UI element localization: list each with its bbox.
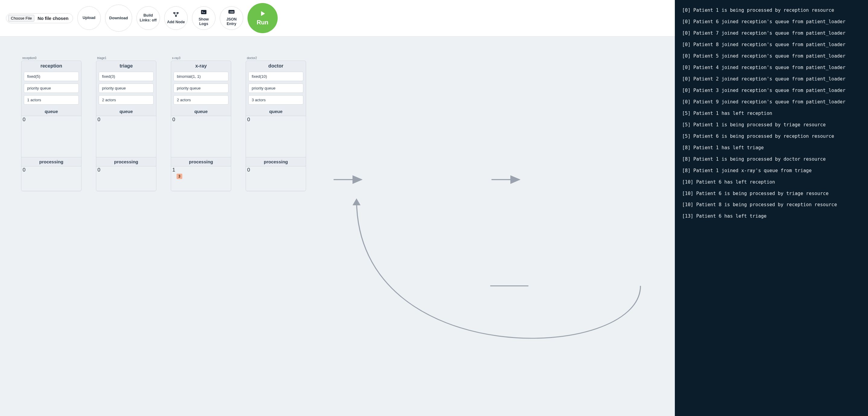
add-node-button[interactable]: Add Node: [164, 6, 188, 30]
toolbar: Choose File No file chosen Upload Downlo…: [0, 0, 675, 36]
nodes-container: reception0receptionfixed(5)priority queu…: [0, 36, 675, 416]
build-links-button[interactable]: Build Links: off: [136, 6, 160, 30]
processing-count: 0: [23, 167, 25, 173]
canvas[interactable]: reception0receptionfixed(5)priority queu…: [0, 36, 675, 416]
queue-type-field[interactable]: priority queue: [174, 83, 228, 93]
upload-button[interactable]: Upload: [77, 6, 101, 30]
node-id: reception0: [22, 56, 36, 60]
node-id: triage1: [97, 56, 106, 60]
processing-count: 0: [247, 167, 250, 173]
log-line: [8] Patient 1 joined x-ray's queue from …: [682, 165, 861, 177]
log-line: [8] Patient 1 is being processed by doct…: [682, 154, 861, 165]
distribution-field[interactable]: binomial(1, 1): [174, 72, 228, 81]
json-entry-label: JSON Entry: [222, 17, 241, 27]
processing-box: 0: [22, 166, 81, 191]
log-panel[interactable]: [0] Patient 1 is being processed by rece…: [675, 0, 868, 416]
node-x-ray[interactable]: x-ray3x-raybinomial(1, 1)priority queue2…: [171, 61, 231, 191]
run-label: Run: [256, 19, 268, 26]
queue-label: queue: [22, 107, 81, 116]
queue-type-field[interactable]: priority queue: [24, 83, 79, 93]
terminal-icon: [201, 10, 207, 16]
node-card: receptionfixed(5)priority queue1 actorsq…: [21, 61, 82, 191]
node-card: triagefixed(3)priority queue2 actorsqueu…: [96, 61, 156, 191]
processing-box: 13: [171, 166, 231, 191]
node-card: doctorfixed(10)priority queue3 actorsque…: [246, 61, 306, 191]
json-icon: JSON: [228, 10, 235, 16]
add-node-label: Add Node: [167, 20, 185, 25]
svg-rect-3: [201, 10, 207, 14]
log-line: [8] Patient 1 has left triage: [682, 142, 861, 154]
distribution-field[interactable]: fixed(3): [99, 72, 154, 81]
show-logs-label: Show Logs: [194, 17, 213, 27]
node-doctor[interactable]: doctor2doctorfixed(10)priority queue3 ac…: [246, 61, 306, 191]
node-title: x-ray: [171, 61, 231, 72]
log-line: [10] Patient 8 is being processed by rec…: [682, 199, 861, 211]
queue-box: 0: [246, 116, 306, 158]
processing-box: 0: [96, 166, 156, 191]
actors-field[interactable]: 1 actors: [24, 95, 79, 105]
distribution-field[interactable]: fixed(10): [248, 72, 303, 81]
distribution-field[interactable]: fixed(5): [24, 72, 79, 81]
processing-label: processing: [171, 158, 231, 166]
queue-box: 0: [96, 116, 156, 158]
actors-field[interactable]: 2 actors: [99, 95, 154, 105]
processing-item[interactable]: 3: [177, 174, 182, 179]
queue-count: 0: [247, 117, 250, 123]
node-reception[interactable]: reception0receptionfixed(5)priority queu…: [21, 61, 82, 191]
queue-box: 0: [171, 116, 231, 158]
processing-box: 0: [246, 166, 306, 191]
log-line: [0] Patient 7 joined reception's queue f…: [682, 28, 861, 39]
graph-icon: [173, 12, 179, 19]
processing-label: processing: [96, 158, 156, 166]
show-logs-button[interactable]: Show Logs: [192, 6, 216, 30]
log-line: [10] Patient 6 has left reception: [682, 177, 861, 188]
node-card: x-raybinomial(1, 1)priority queue2 actor…: [171, 61, 231, 191]
queue-type-field[interactable]: priority queue: [248, 83, 303, 93]
log-line: [5] Patient 6 is being processed by rece…: [682, 131, 861, 142]
file-chooser[interactable]: Choose File No file chosen: [6, 13, 73, 23]
processing-label: processing: [22, 158, 81, 166]
queue-count: 0: [172, 117, 175, 123]
run-button[interactable]: Run: [247, 3, 278, 33]
file-status-text: No file chosen: [37, 16, 68, 21]
log-line: [0] Patient 8 joined reception's queue f…: [682, 39, 861, 50]
processing-count: 1: [172, 167, 175, 173]
log-line: [10] Patient 6 is being processed by tri…: [682, 188, 861, 200]
log-line: [0] Patient 2 joined reception's queue f…: [682, 74, 861, 85]
actors-field[interactable]: 2 actors: [174, 95, 228, 105]
actors-field[interactable]: 3 actors: [248, 95, 303, 105]
processing-count: 0: [97, 167, 100, 173]
log-line: [0] Patient 9 joined reception's queue f…: [682, 97, 861, 108]
node-id: doctor2: [247, 56, 257, 60]
log-line: [5] Patient 1 has left reception: [682, 108, 861, 119]
queue-count: 0: [23, 117, 25, 123]
log-line: [13] Patient 6 has left triage: [682, 211, 861, 222]
queue-label: queue: [96, 107, 156, 116]
log-line: [0] Patient 4 joined reception's queue f…: [682, 62, 861, 74]
svg-text:JSON: JSON: [229, 11, 234, 13]
node-title: triage: [96, 61, 156, 72]
log-line: [0] Patient 1 is being processed by rece…: [682, 5, 861, 16]
queue-box: 0: [22, 116, 81, 158]
log-line: [5] Patient 1 is being processed by tria…: [682, 119, 861, 131]
choose-file-button[interactable]: Choose File: [8, 15, 34, 22]
play-icon: [259, 10, 266, 19]
log-line: [0] Patient 3 joined reception's queue f…: [682, 85, 861, 97]
node-title: doctor: [246, 61, 306, 72]
download-button[interactable]: Download: [105, 4, 132, 32]
log-line: [0] Patient 6 joined reception's queue f…: [682, 16, 861, 28]
node-triage[interactable]: triage1triagefixed(3)priority queue2 act…: [96, 61, 156, 191]
node-id: x-ray3: [172, 56, 181, 60]
queue-label: queue: [246, 107, 306, 116]
node-title: reception: [22, 61, 81, 72]
log-line: [0] Patient 5 joined reception's queue f…: [682, 50, 861, 62]
json-entry-button[interactable]: JSON JSON Entry: [220, 6, 243, 30]
queue-count: 0: [97, 117, 100, 123]
queue-type-field[interactable]: priority queue: [99, 83, 154, 93]
processing-label: processing: [246, 158, 306, 166]
queue-label: queue: [171, 107, 231, 116]
